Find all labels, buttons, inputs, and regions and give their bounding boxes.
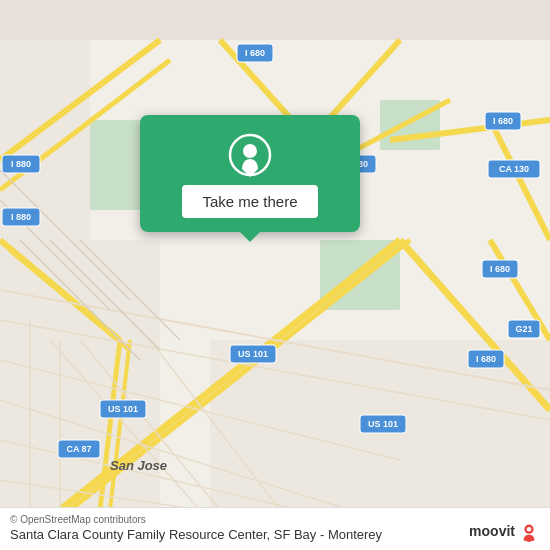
- location-pin-icon: [228, 133, 272, 177]
- svg-text:US 101: US 101: [238, 349, 268, 359]
- map-attribution: © OpenStreetMap contributors: [10, 514, 540, 525]
- map-background: I 680 I 880 I 880 CA 130 I 580 I 680 I 6…: [0, 0, 550, 550]
- svg-text:US 101: US 101: [368, 419, 398, 429]
- moovit-brand-name: moovit: [469, 523, 515, 539]
- svg-text:US 101: US 101: [108, 404, 138, 414]
- svg-text:G21: G21: [515, 324, 532, 334]
- take-me-there-button[interactable]: Take me there: [182, 185, 317, 218]
- location-popup: Take me there: [140, 115, 360, 232]
- map-container: I 680 I 880 I 880 CA 130 I 580 I 680 I 6…: [0, 0, 550, 550]
- bottom-bar: © OpenStreetMap contributors Santa Clara…: [0, 507, 550, 550]
- svg-text:I 680: I 680: [245, 48, 265, 58]
- svg-text:I 880: I 880: [11, 159, 31, 169]
- svg-text:CA 130: CA 130: [499, 164, 529, 174]
- svg-text:I 880: I 880: [11, 212, 31, 222]
- moovit-brand-icon: [518, 520, 540, 542]
- svg-point-66: [243, 144, 257, 158]
- svg-text:I 680: I 680: [490, 264, 510, 274]
- svg-text:San Jose: San Jose: [110, 458, 167, 473]
- location-name: Santa Clara County Family Resource Cente…: [10, 527, 540, 542]
- moovit-logo: moovit: [469, 520, 540, 542]
- svg-text:I 680: I 680: [493, 116, 513, 126]
- svg-point-68: [527, 527, 532, 532]
- svg-text:I 680: I 680: [476, 354, 496, 364]
- svg-text:CA 87: CA 87: [66, 444, 91, 454]
